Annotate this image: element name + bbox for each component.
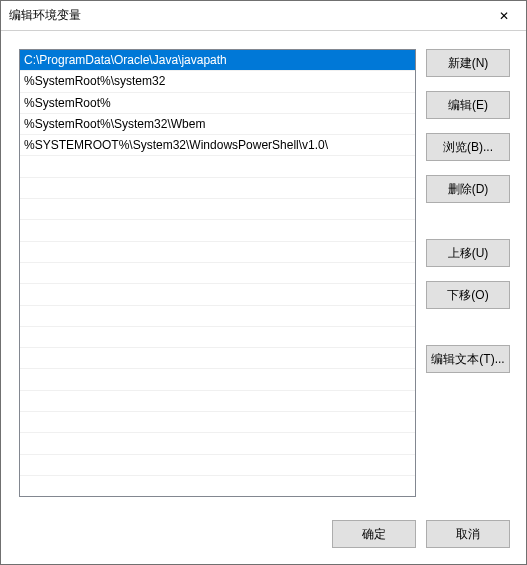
dialog-bottom-row: 确定 取消 xyxy=(19,504,510,548)
list-item[interactable] xyxy=(20,199,415,220)
close-button[interactable]: ✕ xyxy=(481,1,526,30)
list-item[interactable] xyxy=(20,306,415,327)
list-item[interactable] xyxy=(20,242,415,263)
env-var-edit-dialog: 编辑环境变量 ✕ C:\ProgramData\Oracle\Java\java… xyxy=(0,0,527,565)
titlebar: 编辑环境变量 ✕ xyxy=(1,1,526,31)
edit-button[interactable]: 编辑(E) xyxy=(426,91,510,119)
list-item[interactable] xyxy=(20,369,415,390)
list-item[interactable]: %SystemRoot% xyxy=(20,93,415,114)
list-item[interactable]: %SYSTEMROOT%\System32\WindowsPowerShell\… xyxy=(20,135,415,156)
list-item[interactable]: %SystemRoot%\System32\Wbem xyxy=(20,114,415,135)
list-item[interactable] xyxy=(20,327,415,348)
list-item[interactable]: %SystemRoot%\system32 xyxy=(20,71,415,92)
client-area: C:\ProgramData\Oracle\Java\javapath%Syst… xyxy=(1,31,526,564)
list-item[interactable] xyxy=(20,284,415,305)
list-item[interactable] xyxy=(20,156,415,177)
move-down-button[interactable]: 下移(O) xyxy=(426,281,510,309)
list-item[interactable] xyxy=(20,476,415,497)
list-item[interactable] xyxy=(20,220,415,241)
list-item[interactable] xyxy=(20,348,415,369)
list-item[interactable] xyxy=(20,433,415,454)
new-button[interactable]: 新建(N) xyxy=(426,49,510,77)
edit-text-button[interactable]: 编辑文本(T)... xyxy=(426,345,510,373)
cancel-button[interactable]: 取消 xyxy=(426,520,510,548)
main-row: C:\ProgramData\Oracle\Java\javapath%Syst… xyxy=(19,49,510,504)
list-item[interactable] xyxy=(20,391,415,412)
ok-button[interactable]: 确定 xyxy=(332,520,416,548)
list-item[interactable]: C:\ProgramData\Oracle\Java\javapath xyxy=(20,50,415,71)
browse-button[interactable]: 浏览(B)... xyxy=(426,133,510,161)
delete-button[interactable]: 删除(D) xyxy=(426,175,510,203)
list-item[interactable] xyxy=(20,412,415,433)
move-up-button[interactable]: 上移(U) xyxy=(426,239,510,267)
list-item[interactable] xyxy=(20,263,415,284)
window-title: 编辑环境变量 xyxy=(9,7,81,24)
path-listbox[interactable]: C:\ProgramData\Oracle\Java\javapath%Syst… xyxy=(19,49,416,497)
side-button-column: 新建(N) 编辑(E) 浏览(B)... 删除(D) 上移(U) 下移(O) 编… xyxy=(426,49,510,504)
list-item[interactable] xyxy=(20,178,415,199)
list-item[interactable] xyxy=(20,455,415,476)
close-icon: ✕ xyxy=(499,9,509,23)
